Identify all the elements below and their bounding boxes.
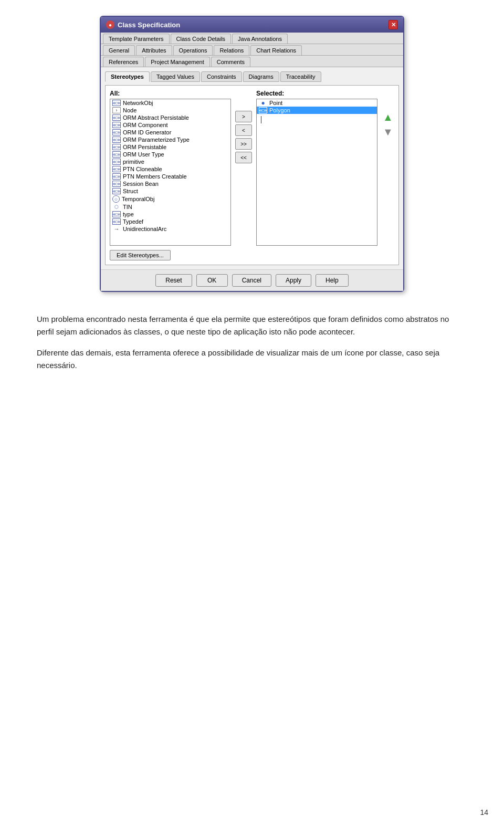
dialog-titlebar: ● Class Specification ✕ <box>101 17 403 33</box>
tab-references[interactable]: References <box>103 57 144 67</box>
edit-area: Edit Stereotypes... <box>110 250 394 260</box>
tab-comments[interactable]: Comments <box>211 57 250 67</box>
paragraph-1: Um problema encontrado nesta ferramenta … <box>37 313 467 338</box>
list-item[interactable]: ≪≫ Session Bean <box>110 180 230 187</box>
uml-icon: ≪≫ <box>259 107 267 113</box>
dialog-content: Stereotypes Tagged Values Constraints Di… <box>101 67 403 269</box>
uml-icon: ≪≫ <box>112 114 121 121</box>
list-item[interactable]: ≪≫ NetworkObj <box>110 99 230 107</box>
list-item[interactable]: ≪≫ primitive <box>110 158 230 165</box>
tab-tagged-values[interactable]: Tagged Values <box>151 71 200 82</box>
dialog-title-icon: ● <box>106 20 114 29</box>
dialog-footer: Reset OK Cancel Apply Help <box>101 269 403 291</box>
uml-icon: ≪≫ <box>112 144 121 150</box>
all-label: All: <box>110 90 231 97</box>
tab-chart-relations[interactable]: Chart Relations <box>250 45 302 55</box>
ok-button[interactable]: OK <box>196 274 228 287</box>
uml-icon: ≪≫ <box>112 122 121 128</box>
tab-class-code-details[interactable]: Class Code Details <box>171 34 232 44</box>
uml-icon: ≪≫ <box>112 173 121 180</box>
uml-icon: ≪≫ <box>112 166 121 172</box>
add-one-button[interactable]: > <box>235 111 252 122</box>
tabs-row-1: Template Parameters Class Code Details J… <box>101 33 403 44</box>
uml-icon: ≪≫ <box>112 151 121 158</box>
tab-project-management[interactable]: Project Management <box>145 57 210 67</box>
uml-icon: ≪≫ <box>112 181 121 187</box>
list-item[interactable]: ⬡ TIN <box>110 203 230 211</box>
uml-icon: ≪≫ <box>112 137 121 143</box>
panel-inner: All: ≪≫ NetworkObj › Node <box>110 90 394 246</box>
tab-constraints[interactable]: Constraints <box>201 71 242 82</box>
text-content: Um problema encontrado nesta ferramenta … <box>26 308 478 385</box>
node-icon: › <box>112 107 121 113</box>
list-item[interactable]: ≪≫ Polygon <box>257 107 377 114</box>
tab-java-annotations[interactable]: Java Annotations <box>232 34 288 44</box>
dialog-close-button[interactable]: ✕ <box>388 20 398 29</box>
selected-list-container: Selected: ● Point ≪≫ Polygon <box>256 90 377 246</box>
list-item[interactable]: ≪≫ PTN Cloneable <box>110 165 230 173</box>
list-item[interactable]: ☺ TemporalObj <box>110 195 230 203</box>
edit-stereotypes-button[interactable]: Edit Stereotypes... <box>110 250 171 260</box>
all-list-box[interactable]: ≪≫ NetworkObj › Node ≪≫ ORM Ab <box>110 99 231 246</box>
stereotypes-panel: All: ≪≫ NetworkObj › Node <box>105 85 399 265</box>
dialog-title: Class Specification <box>118 21 180 29</box>
tabs-row-2: General Attributes Operations Relations … <box>101 44 403 56</box>
list-item[interactable]: ≪≫ Struct <box>110 187 230 195</box>
tab-template-parameters[interactable]: Template Parameters <box>103 34 170 44</box>
list-item[interactable]: ≪≫ ORM User Type <box>110 151 230 158</box>
list-item[interactable]: ≪≫ ORM Parameterized Type <box>110 136 230 143</box>
page-number: 14 <box>480 808 488 816</box>
list-item[interactable]: ≪≫ PTN Members Creatable <box>110 173 230 180</box>
dot-icon: ● <box>259 100 267 106</box>
list-item[interactable]: ≪≫ type <box>110 211 230 218</box>
tab-diagrams[interactable]: Diagrams <box>243 71 279 82</box>
tin-icon: ⬡ <box>112 204 121 210</box>
help-button[interactable]: Help <box>316 274 349 287</box>
titlebar-left: ● Class Specification <box>106 20 180 29</box>
tab-traceability[interactable]: Traceability <box>280 71 321 82</box>
selected-list-box[interactable]: ● Point ≪≫ Polygon <box>256 99 377 246</box>
paragraph-2: Diferente das demais, esta ferramenta of… <box>37 347 467 372</box>
tabs-row-3: References Project Management Comments <box>101 56 403 67</box>
up-arrow-icon: ▲ <box>383 111 393 123</box>
list-item[interactable]: ≪≫ Typedef <box>110 218 230 225</box>
reset-button[interactable]: Reset <box>155 274 192 287</box>
uml-icon: ≪≫ <box>112 211 121 217</box>
all-list-container: All: ≪≫ NetworkObj › Node <box>110 90 231 246</box>
move-up-button[interactable]: ▲ <box>382 111 394 123</box>
remove-all-button[interactable]: << <box>235 152 252 163</box>
arrow-icon: → <box>112 226 121 232</box>
uml-icon: ≪≫ <box>112 218 121 225</box>
apply-button[interactable]: Apply <box>276 274 311 287</box>
tab-relations[interactable]: Relations <box>214 45 249 55</box>
list-item[interactable]: ≪≫ ORM Component <box>110 121 230 129</box>
transfer-buttons: > < >> << <box>235 90 252 163</box>
selected-label: Selected: <box>256 90 377 97</box>
uml-icon: ≪≫ <box>112 129 121 135</box>
list-item[interactable]: ≪≫ ORM ID Generator <box>110 129 230 136</box>
list-item[interactable]: → UnidirectionalArc <box>110 225 230 233</box>
cancel-button[interactable]: Cancel <box>232 274 271 287</box>
order-buttons: ▲ ▼ <box>382 90 394 138</box>
remove-one-button[interactable]: < <box>235 124 252 136</box>
list-item[interactable]: ≪≫ ORM Abstract Persistable <box>110 114 230 121</box>
uml-icon: ≪≫ <box>112 188 121 194</box>
add-all-button[interactable]: >> <box>235 138 252 150</box>
class-specification-dialog: ● Class Specification ✕ Template Paramet… <box>100 16 404 292</box>
uml-icon: ≪≫ <box>112 159 121 165</box>
down-arrow-icon: ▼ <box>383 126 393 138</box>
list-item[interactable]: ● Point <box>257 99 377 107</box>
uml-icon: ≪≫ <box>112 100 121 106</box>
tabs-row-4: Stereotypes Tagged Values Constraints Di… <box>105 71 399 82</box>
tab-general[interactable]: General <box>103 45 135 55</box>
list-item[interactable]: ≪≫ ORM Persistable <box>110 143 230 151</box>
move-down-button[interactable]: ▼ <box>382 125 394 138</box>
page: ● Class Specification ✕ Template Paramet… <box>0 0 504 827</box>
temporal-icon: ☺ <box>112 195 120 203</box>
tab-stereotypes[interactable]: Stereotypes <box>105 71 150 82</box>
tab-operations[interactable]: Operations <box>173 45 213 55</box>
tab-attributes[interactable]: Attributes <box>136 45 172 55</box>
list-item[interactable]: › Node <box>110 107 230 114</box>
